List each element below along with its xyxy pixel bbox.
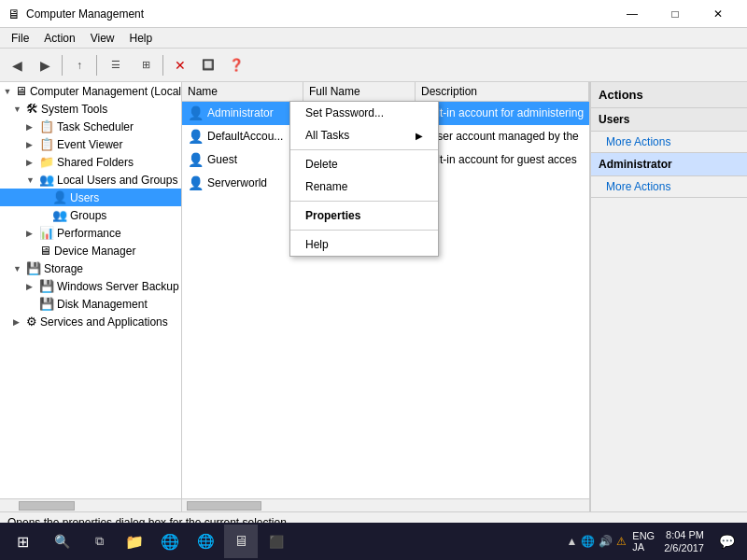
cell-desc-default: A user account managed by the [416,128,589,145]
window-controls: — □ ✕ [611,0,740,28]
notifications-button[interactable]: 💬 [710,525,743,558]
tray-language[interactable]: ENG JA [632,530,655,553]
actions-section-admin-header[interactable]: Administrator ▲ [591,153,747,176]
toolbar-separator-2 [96,55,97,76]
users-label: Users [70,191,99,204]
actions-users-more[interactable]: More Actions [591,132,747,152]
tray-warning-icon[interactable]: ⚠ [616,535,627,548]
shared-folders-icon: 📁 [39,155,54,169]
ctx-all-tasks[interactable]: All Tasks ▶ [290,124,438,147]
col-header-description[interactable]: Description [416,82,589,101]
groups-label: Groups [70,209,106,222]
ctx-help[interactable]: Help [290,233,438,256]
menu-action[interactable]: Action [36,30,82,47]
system-tools-arrow: ▼ [13,105,26,114]
tree-shared-folders[interactable]: ▶ 📁 Shared Folders [0,153,181,171]
tray-clock[interactable]: 8:04 PM 2/6/2017 [664,528,704,555]
computer-mgmt-taskbar-btn[interactable]: 🖥 [224,525,258,558]
tree-task-scheduler[interactable]: ▶ 📋 Task Scheduler [0,118,181,135]
show-console-tree-button[interactable]: ☰ [101,52,131,78]
search-button[interactable]: 🔍 [43,525,80,558]
back-button[interactable]: ◀ [4,52,30,78]
performance-icon: 📊 [39,226,54,240]
ws-backup-arrow: ▶ [26,282,39,291]
tree-root[interactable]: ▼ 🖥 Computer Management (Local [0,82,181,100]
local-users-icon: 👥 [39,173,54,187]
task-scheduler-label: Task Scheduler [57,120,134,133]
menu-file[interactable]: File [4,30,36,47]
task-view-button[interactable]: ⧉ [82,525,116,558]
system-tools-label: System Tools [41,103,107,116]
ws-backup-icon: 💾 [39,279,54,293]
user-icon: 👤 [188,129,204,144]
context-menu: Set Password... All Tasks ▶ Delete Renam… [289,101,439,257]
actions-section-admin: Administrator ▲ More Actions [591,153,747,198]
tree-groups[interactable]: 👥 Groups [0,206,181,224]
services-apps-label: Services and Applications [40,315,168,329]
toolbar-btn-help[interactable]: ❓ [223,52,249,78]
ie-button[interactable]: 🌐 [189,525,222,558]
menubar: File Action View Help [0,28,747,49]
actions-admin-more[interactable]: More Actions [591,176,747,197]
ctx-separator-2 [290,201,438,202]
tree-system-tools[interactable]: ▼ 🛠 System Tools [0,100,181,118]
menu-view[interactable]: View [83,30,122,47]
tree-performance[interactable]: ▶ 📊 Performance [0,224,181,242]
titlebar: 🖥 Computer Management — □ ✕ [0,0,747,28]
cell-name-guest: 👤 Guest [182,150,303,169]
close-button[interactable]: ✕ [697,0,740,28]
toolbar-btn-delete[interactable]: ✕ [167,52,193,78]
ctx-properties[interactable]: Properties [290,204,438,227]
tree-hscroll-thumb[interactable] [19,501,75,511]
edge-button[interactable]: 🌐 [153,525,187,558]
task-scheduler-arrow: ▶ [26,122,39,132]
toolbar-separator-1 [62,55,63,76]
tree-event-viewer[interactable]: ▶ 📋 Event Viewer [0,135,181,153]
tree-root-arrow: ▼ [4,87,15,96]
ctx-delete[interactable]: Delete [290,153,438,175]
performance-label: Performance [57,227,121,240]
tray-network-icon[interactable]: 🌐 [581,535,595,548]
device-manager-icon: 🖥 [39,244,51,258]
file-explorer-button[interactable]: 📁 [118,525,151,558]
tree-disk-mgmt[interactable]: 💾 Disk Management [0,295,181,313]
tree-ws-backup[interactable]: ▶ 💾 Windows Server Backup [0,277,181,295]
ctx-set-password[interactable]: Set Password... [290,102,438,124]
start-button[interactable]: ⊞ [4,525,41,558]
maximize-button[interactable]: □ [654,0,697,28]
lv-hscrollbar[interactable] [182,498,589,511]
cmd-button[interactable]: ⬛ [260,525,293,558]
tray-sound-icon[interactable]: 🔊 [599,535,613,548]
tree-root-label: Computer Management (Local [30,85,181,98]
actions-section-users-header[interactable]: Users ▲ [591,108,747,132]
app-icon: 🖥 [7,7,21,21]
services-apps-icon: ⚙ [26,315,37,329]
performance-arrow: ▶ [26,229,39,238]
disk-mgmt-icon: 💾 [39,297,54,311]
tree-device-manager[interactable]: 🖥 Device Manager [0,242,181,259]
actions-panel: Actions Users ▲ More Actions Administrat… [590,82,747,511]
ctx-separator-3 [290,230,438,231]
lv-hscroll-thumb[interactable] [187,501,261,511]
tree-users[interactable]: 👤 Users [0,189,181,206]
tree-panel: ▼ 🖥 Computer Management (Local ▼ 🛠 Syste… [0,82,182,511]
minimize-button[interactable]: — [611,0,654,28]
shared-folders-arrow: ▶ [26,158,39,167]
listview-header: Name Full Name Description [182,82,589,102]
tree-services-apps[interactable]: ▶ ⚙ Services and Applications [0,313,181,330]
cell-desc-guest: Built-in account for guest acces [416,151,589,168]
toolbar-btn-export[interactable]: ⊞ [133,52,159,78]
tree-hscrollbar[interactable] [0,498,181,511]
ctx-rename[interactable]: Rename [290,175,438,198]
forward-button[interactable]: ▶ [32,52,58,78]
menu-help[interactable]: Help [122,30,161,47]
toolbar-btn-properties[interactable]: 🔲 [195,52,221,78]
col-header-name[interactable]: Name [182,82,303,101]
tree-storage[interactable]: ▼ 💾 Storage [0,259,181,277]
col-header-fullname[interactable]: Full Name [303,82,416,101]
tree-scroll: ▼ 🖥 Computer Management (Local ▼ 🛠 Syste… [0,82,181,498]
up-button[interactable]: ↑ [66,52,92,78]
tray-expand-icon[interactable]: ▲ [566,535,577,548]
toolbar: ◀ ▶ ↑ ☰ ⊞ ✕ 🔲 ❓ [0,49,747,82]
tree-local-users[interactable]: ▼ 👥 Local Users and Groups [0,171,181,189]
